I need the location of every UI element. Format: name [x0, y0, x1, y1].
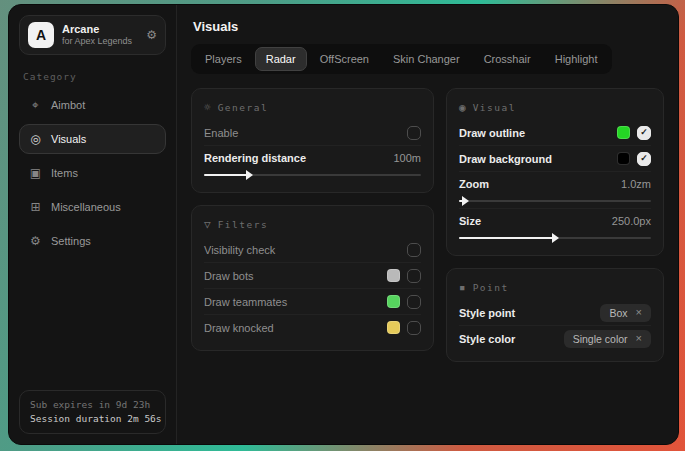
general-panel-header: ☼ General	[204, 95, 421, 120]
tab-radar[interactable]: Radar	[255, 47, 307, 71]
panel-title: Filters	[218, 219, 269, 230]
sidebar-item-items[interactable]: ▣ Items	[19, 158, 166, 188]
general-panel: ☼ General Enable Rendering distance 100m	[191, 88, 434, 193]
draw-knocked-color-swatch[interactable]	[387, 321, 400, 334]
visual-panel-header: ◉ Visual	[459, 95, 651, 120]
draw-bots-label: Draw bots	[204, 270, 254, 282]
zoom-label: Zoom	[459, 178, 489, 190]
app-header-card: A Arcane for Apex Legends ⚙	[19, 15, 166, 55]
box-icon: ▣	[29, 166, 42, 180]
sidebar-item-settings[interactable]: ⚙ Settings	[19, 226, 166, 256]
tab-offscreen[interactable]: OffScreen	[309, 47, 380, 71]
sidebar-item-aimbot[interactable]: ⌖ Aimbot	[19, 90, 166, 120]
filters-panel: ▽ Filters Visibility check Draw bots	[191, 205, 434, 351]
settings-gear-icon[interactable]: ⚙	[146, 28, 157, 42]
close-icon[interactable]: ×	[636, 307, 642, 318]
draw-background-row: Draw background	[459, 145, 651, 171]
sidebar-item-label: Miscellaneous	[51, 201, 121, 213]
sidebar-item-label: Settings	[51, 235, 91, 247]
slider-fill	[204, 174, 247, 176]
draw-teammates-color-swatch[interactable]	[387, 295, 400, 308]
tab-crosshair[interactable]: Crosshair	[473, 47, 542, 71]
style-point-row: Style point Box ×	[459, 300, 651, 325]
draw-outline-checkbox[interactable]	[637, 126, 651, 140]
rendering-distance-slider[interactable]	[204, 174, 421, 176]
enable-checkbox[interactable]	[407, 126, 421, 140]
eye-icon: ◉	[459, 101, 466, 114]
rendering-distance-label: Rendering distance	[204, 152, 306, 164]
draw-knocked-label: Draw knocked	[204, 322, 274, 334]
draw-knocked-checkbox[interactable]	[407, 321, 421, 335]
app-meta: Arcane for Apex Legends	[62, 23, 146, 47]
draw-background-color-swatch[interactable]	[617, 152, 630, 165]
enable-label: Enable	[204, 127, 238, 139]
main-header: Visuals	[177, 5, 678, 44]
style-color-row: Style color Single color ×	[459, 325, 651, 351]
sidebar-nav: ⌖ Aimbot ◎ Visuals ▣ Items ⊞ Miscellaneo…	[19, 90, 166, 256]
sidebar-item-label: Items	[51, 167, 78, 179]
app-subtitle: for Apex Legends	[62, 36, 146, 47]
draw-teammates-row: Draw teammates	[204, 288, 421, 314]
draw-teammates-checkbox[interactable]	[407, 295, 421, 309]
app-logo: A	[28, 22, 54, 48]
size-slider[interactable]	[459, 237, 651, 239]
visibility-check-checkbox[interactable]	[407, 243, 421, 257]
draw-bots-color-swatch[interactable]	[387, 269, 400, 282]
style-color-select[interactable]: Single color ×	[564, 330, 651, 348]
desktop-background: A Arcane for Apex Legends ⚙ Category ⌖ A…	[0, 0, 685, 451]
subscription-info-card: Sub expires in 9d 23h Session duration 2…	[19, 390, 166, 434]
draw-bots-checkbox[interactable]	[407, 269, 421, 283]
draw-outline-color-swatch[interactable]	[617, 126, 630, 139]
enable-row: Enable	[204, 120, 421, 145]
size-control: Size 250.0px	[459, 208, 651, 245]
point-panel-header: ▪ Point	[459, 275, 651, 300]
sidebar-item-visuals[interactable]: ◎ Visuals	[19, 124, 166, 154]
draw-knocked-row: Draw knocked	[204, 314, 421, 340]
style-point-select[interactable]: Box ×	[600, 304, 651, 322]
point-panel: ▪ Point Style point Box × Style color	[446, 268, 664, 362]
rendering-distance-value: 100m	[393, 152, 421, 164]
sidebar-item-miscellaneous[interactable]: ⊞ Miscellaneous	[19, 192, 166, 222]
app-name: Arcane	[62, 23, 146, 36]
sidebar: A Arcane for Apex Legends ⚙ Category ⌖ A…	[9, 5, 177, 444]
visuals-tabbar: Players Radar OffScreen Skin Changer Cro…	[191, 44, 612, 74]
style-point-selected-value: Box	[609, 307, 627, 319]
slider-fill	[459, 200, 463, 202]
style-point-label: Style point	[459, 307, 515, 319]
content-grid: ☼ General Enable Rendering distance 100m	[177, 74, 678, 376]
page-title: Visuals	[193, 19, 662, 34]
visibility-check-label: Visibility check	[204, 244, 275, 256]
main-panel: Visuals Players Radar OffScreen Skin Cha…	[177, 5, 678, 444]
style-color-selected-value: Single color	[573, 333, 628, 345]
panel-title: Visual	[473, 102, 516, 113]
left-column: ☼ General Enable Rendering distance 100m	[191, 88, 434, 351]
size-label: Size	[459, 215, 481, 227]
close-icon[interactable]: ×	[636, 333, 642, 344]
right-column: ◉ Visual Draw outline Draw background	[446, 88, 664, 362]
draw-outline-row: Draw outline	[459, 120, 651, 145]
tab-skin-changer[interactable]: Skin Changer	[382, 47, 471, 71]
sub-expires-text: Sub expires in 9d 23h	[30, 398, 155, 412]
draw-background-label: Draw background	[459, 153, 552, 165]
visual-panel: ◉ Visual Draw outline Draw background	[446, 88, 664, 256]
zoom-control: Zoom 1.0zm	[459, 171, 651, 208]
session-duration-text: Session duration 2m 56s	[30, 412, 155, 426]
zoom-value: 1.0zm	[621, 178, 651, 190]
zoom-slider[interactable]	[459, 200, 651, 202]
filters-panel-header: ▽ Filters	[204, 212, 421, 237]
funnel-icon: ▽	[204, 218, 211, 231]
draw-background-checkbox[interactable]	[637, 152, 651, 166]
crosshair-icon: ⌖	[29, 98, 42, 112]
sun-icon: ☼	[204, 101, 211, 114]
panel-title: Point	[473, 282, 509, 293]
visibility-check-row: Visibility check	[204, 237, 421, 262]
tab-highlight[interactable]: Highlight	[544, 47, 609, 71]
gear-icon: ⚙	[29, 234, 42, 248]
draw-outline-label: Draw outline	[459, 127, 525, 139]
sidebar-item-label: Aimbot	[51, 99, 85, 111]
panel-title: General	[218, 102, 269, 113]
slider-fill	[459, 237, 553, 239]
rendering-distance-control: Rendering distance 100m	[204, 145, 421, 182]
sidebar-item-label: Visuals	[51, 133, 86, 145]
tab-players[interactable]: Players	[194, 47, 253, 71]
